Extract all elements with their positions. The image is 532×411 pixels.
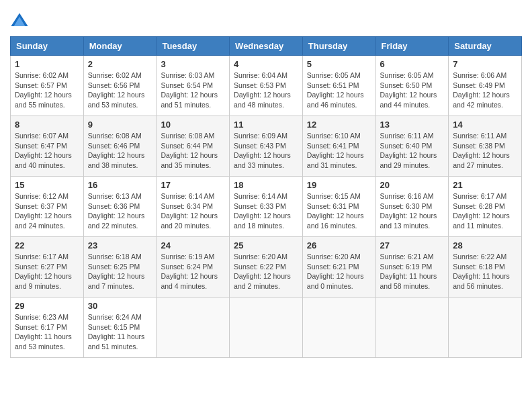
calendar-cell: 29 Sunrise: 6:23 AMSunset: 6:17 PMDaylig… (11, 298, 84, 358)
day-number: 5 (307, 59, 371, 69)
calendar-cell: 4 Sunrise: 6:04 AMSunset: 6:53 PMDayligh… (230, 56, 303, 116)
day-number: 24 (161, 240, 225, 250)
day-info: Sunrise: 6:23 AMSunset: 6:17 PMDaylight:… (15, 313, 72, 351)
calendar-header-monday: Monday (83, 37, 157, 56)
day-info: Sunrise: 6:18 AMSunset: 6:25 PMDaylight:… (88, 253, 145, 290)
calendar-cell: 27 Sunrise: 6:21 AMSunset: 6:19 PMDaylig… (375, 237, 449, 298)
calendar-cell: 8 Sunrise: 6:07 AMSunset: 6:47 PMDayligh… (11, 116, 84, 177)
day-info: Sunrise: 6:07 AMSunset: 6:47 PMDaylight:… (15, 132, 72, 169)
day-number: 30 (88, 301, 152, 311)
logo-icon (10, 12, 29, 31)
day-info: Sunrise: 6:21 AMSunset: 6:19 PMDaylight:… (380, 253, 437, 290)
day-number: 26 (307, 240, 371, 250)
day-info: Sunrise: 6:09 AMSunset: 6:43 PMDaylight:… (234, 132, 291, 169)
calendar-cell: 7 Sunrise: 6:06 AMSunset: 6:49 PMDayligh… (449, 56, 522, 116)
calendar-week-row: 22 Sunrise: 6:17 AMSunset: 6:27 PMDaylig… (11, 237, 522, 298)
calendar-cell: 19 Sunrise: 6:15 AMSunset: 6:31 PMDaylig… (302, 177, 375, 237)
calendar-cell (302, 298, 375, 358)
calendar-cell: 14 Sunrise: 6:11 AMSunset: 6:38 PMDaylig… (449, 116, 522, 177)
day-number: 25 (234, 240, 298, 250)
calendar-header-thursday: Thursday (302, 37, 375, 56)
day-info: Sunrise: 6:24 AMSunset: 6:15 PMDaylight:… (88, 313, 145, 351)
day-number: 16 (88, 180, 152, 190)
day-number: 21 (453, 180, 517, 190)
calendar-cell: 13 Sunrise: 6:11 AMSunset: 6:40 PMDaylig… (375, 116, 449, 177)
calendar-header-row: SundayMondayTuesdayWednesdayThursdayFrid… (11, 37, 522, 56)
day-number: 20 (380, 180, 445, 190)
calendar-cell: 18 Sunrise: 6:14 AMSunset: 6:33 PMDaylig… (230, 177, 303, 237)
calendar-cell: 23 Sunrise: 6:18 AMSunset: 6:25 PMDaylig… (83, 237, 157, 298)
day-info: Sunrise: 6:15 AMSunset: 6:31 PMDaylight:… (307, 192, 364, 230)
day-info: Sunrise: 6:13 AMSunset: 6:36 PMDaylight:… (88, 192, 145, 230)
calendar-cell: 26 Sunrise: 6:20 AMSunset: 6:21 PMDaylig… (302, 237, 375, 298)
calendar-cell: 28 Sunrise: 6:22 AMSunset: 6:18 PMDaylig… (449, 237, 522, 298)
day-number: 22 (15, 240, 79, 250)
calendar-header-saturday: Saturday (449, 37, 522, 56)
day-info: Sunrise: 6:17 AMSunset: 6:27 PMDaylight:… (15, 253, 72, 290)
calendar-cell: 11 Sunrise: 6:09 AMSunset: 6:43 PMDaylig… (230, 116, 303, 177)
day-info: Sunrise: 6:04 AMSunset: 6:53 PMDaylight:… (234, 71, 291, 109)
day-number: 4 (234, 59, 298, 69)
day-info: Sunrise: 6:12 AMSunset: 6:37 PMDaylight:… (15, 192, 72, 230)
calendar-cell: 6 Sunrise: 6:05 AMSunset: 6:50 PMDayligh… (375, 56, 449, 116)
calendar-week-row: 1 Sunrise: 6:02 AMSunset: 6:57 PMDayligh… (11, 56, 522, 116)
calendar-header-friday: Friday (375, 37, 449, 56)
calendar-table: SundayMondayTuesdayWednesdayThursdayFrid… (10, 36, 522, 358)
calendar-cell: 30 Sunrise: 6:24 AMSunset: 6:15 PMDaylig… (83, 298, 157, 358)
day-number: 29 (15, 301, 79, 311)
calendar-cell (230, 298, 303, 358)
calendar-cell: 15 Sunrise: 6:12 AMSunset: 6:37 PMDaylig… (11, 177, 84, 237)
day-number: 6 (380, 59, 445, 69)
calendar-week-row: 8 Sunrise: 6:07 AMSunset: 6:47 PMDayligh… (11, 116, 522, 177)
calendar-cell (449, 298, 522, 358)
day-info: Sunrise: 6:06 AMSunset: 6:49 PMDaylight:… (453, 71, 510, 109)
day-info: Sunrise: 6:05 AMSunset: 6:50 PMDaylight:… (380, 71, 437, 109)
day-info: Sunrise: 6:14 AMSunset: 6:33 PMDaylight:… (234, 192, 291, 230)
page-header (10, 7, 522, 31)
day-info: Sunrise: 6:03 AMSunset: 6:54 PMDaylight:… (161, 71, 218, 109)
day-number: 14 (453, 120, 517, 130)
day-info: Sunrise: 6:20 AMSunset: 6:21 PMDaylight:… (307, 253, 364, 290)
calendar-cell: 5 Sunrise: 6:05 AMSunset: 6:51 PMDayligh… (302, 56, 375, 116)
day-info: Sunrise: 6:14 AMSunset: 6:34 PMDaylight:… (161, 192, 218, 230)
calendar-cell: 12 Sunrise: 6:10 AMSunset: 6:41 PMDaylig… (302, 116, 375, 177)
day-number: 8 (15, 120, 79, 130)
calendar-cell: 1 Sunrise: 6:02 AMSunset: 6:57 PMDayligh… (11, 56, 84, 116)
calendar-cell: 17 Sunrise: 6:14 AMSunset: 6:34 PMDaylig… (157, 177, 230, 237)
calendar-cell (157, 298, 230, 358)
day-number: 18 (234, 180, 298, 190)
calendar-cell: 10 Sunrise: 6:08 AMSunset: 6:44 PMDaylig… (157, 116, 230, 177)
day-number: 23 (88, 240, 152, 250)
calendar-week-row: 29 Sunrise: 6:23 AMSunset: 6:17 PMDaylig… (11, 298, 522, 358)
day-number: 12 (307, 120, 371, 130)
calendar-header-tuesday: Tuesday (157, 37, 230, 56)
day-info: Sunrise: 6:05 AMSunset: 6:51 PMDaylight:… (307, 71, 364, 109)
calendar-cell: 16 Sunrise: 6:13 AMSunset: 6:36 PMDaylig… (83, 177, 157, 237)
calendar-cell: 20 Sunrise: 6:16 AMSunset: 6:30 PMDaylig… (375, 177, 449, 237)
day-info: Sunrise: 6:20 AMSunset: 6:22 PMDaylight:… (234, 253, 291, 290)
calendar-header-wednesday: Wednesday (230, 37, 303, 56)
day-number: 7 (453, 59, 517, 69)
day-info: Sunrise: 6:02 AMSunset: 6:57 PMDaylight:… (15, 71, 72, 109)
day-number: 19 (307, 180, 371, 190)
calendar-week-row: 15 Sunrise: 6:12 AMSunset: 6:37 PMDaylig… (11, 177, 522, 237)
calendar-cell: 21 Sunrise: 6:17 AMSunset: 6:28 PMDaylig… (449, 177, 522, 237)
day-info: Sunrise: 6:08 AMSunset: 6:44 PMDaylight:… (161, 132, 218, 169)
day-info: Sunrise: 6:19 AMSunset: 6:24 PMDaylight:… (161, 253, 218, 290)
calendar-cell: 9 Sunrise: 6:08 AMSunset: 6:46 PMDayligh… (83, 116, 157, 177)
calendar-header-sunday: Sunday (11, 37, 84, 56)
day-number: 13 (380, 120, 445, 130)
day-number: 2 (88, 59, 152, 69)
day-info: Sunrise: 6:10 AMSunset: 6:41 PMDaylight:… (307, 132, 364, 169)
day-number: 3 (161, 59, 225, 69)
day-number: 1 (15, 59, 79, 69)
calendar-cell: 3 Sunrise: 6:03 AMSunset: 6:54 PMDayligh… (157, 56, 230, 116)
day-number: 27 (380, 240, 445, 250)
day-info: Sunrise: 6:11 AMSunset: 6:40 PMDaylight:… (380, 132, 437, 169)
calendar-cell (375, 298, 449, 358)
day-info: Sunrise: 6:11 AMSunset: 6:38 PMDaylight:… (453, 132, 510, 169)
day-number: 10 (161, 120, 225, 130)
day-info: Sunrise: 6:17 AMSunset: 6:28 PMDaylight:… (453, 192, 510, 230)
day-number: 15 (15, 180, 79, 190)
logo (10, 12, 30, 31)
